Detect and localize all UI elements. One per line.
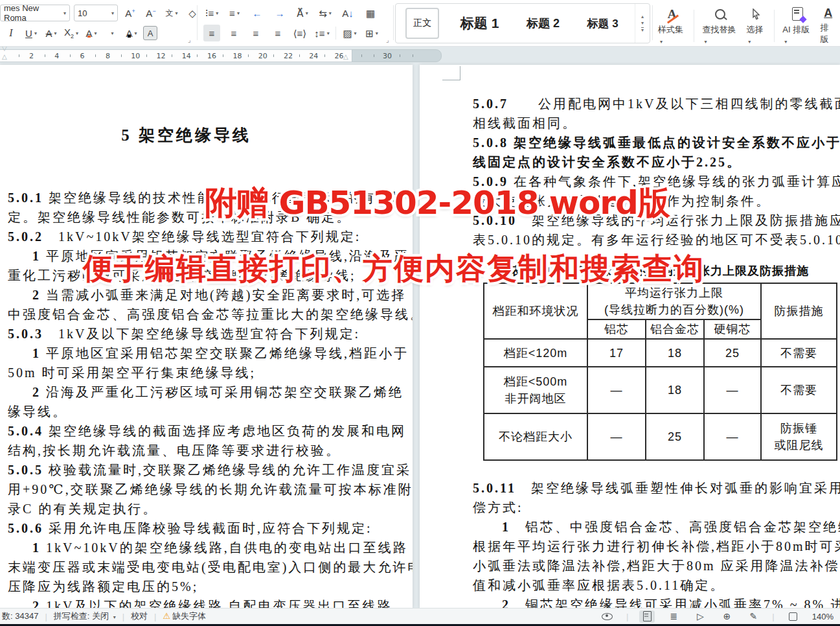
page-right[interactable]: 5.0.7 公用配电网中1kV及以下三相四线制的零线截面,应与相线截面相同。5.… xyxy=(420,65,840,608)
increase-indent-icon: → xyxy=(275,8,285,18)
chevron-down-icon: ▾ xyxy=(704,39,707,45)
ai-layout-button[interactable]: AI 排版▾ xyxy=(778,6,816,45)
font-name-select[interactable]: mes New Roma▾ xyxy=(0,5,70,21)
table-cell: 档距<500m 非开阔地区 xyxy=(484,367,587,413)
decrease-font-button[interactable]: A− xyxy=(142,5,159,21)
dialog-launcher-icon[interactable]: ⌟ xyxy=(188,36,191,43)
decrease-indent-button[interactable]: ← xyxy=(249,5,266,21)
zoom-level[interactable]: 140% xyxy=(812,612,834,621)
style-chip-body[interactable]: 正文 xyxy=(405,8,439,39)
outline-icon: ≣ xyxy=(670,611,677,621)
page-left[interactable]: 5 架空绝缘导线 5.0.1 架空绝缘导线的技术性能应符合现行国家标准的有关规定… xyxy=(0,65,413,608)
character-border-button[interactable]: A xyxy=(143,26,157,40)
clear-format-button[interactable]: ◇ xyxy=(184,5,201,21)
ruler-tick xyxy=(172,54,172,57)
warning-icon: ⚠ xyxy=(163,611,170,621)
chevron-down-icon: ▾ xyxy=(175,10,177,16)
highlight-button[interactable]: ▾ xyxy=(103,25,120,41)
text-line: 用+90℃,交联聚乙烯绝缘导线的长期允许载流量可按本标准附 xyxy=(0,480,413,499)
numbered-list-button[interactable]: ≡▾ xyxy=(226,5,243,21)
subscript-button[interactable]: X2▾ xyxy=(63,25,80,41)
print-layout-button[interactable] xyxy=(639,610,655,623)
ruler-tick xyxy=(70,54,71,57)
table-cell: 防振锤 或阻尼线 xyxy=(761,413,837,460)
text-line: 5.0.6 采用允许电压降校验导线截面时,应符合下列规定: xyxy=(0,518,413,538)
align-center-button[interactable]: ≡ xyxy=(225,25,242,41)
ai-layout-icon xyxy=(792,7,803,21)
missing-font-warning[interactable]: ⚠缺失字体 xyxy=(163,610,206,622)
horizontal-ruler[interactable]: 246810121416182022242630 ▽ △ △ xyxy=(0,46,840,65)
align-left-button[interactable]: ≡ xyxy=(203,25,220,41)
grid-settings-button[interactable]: ▦ xyxy=(362,5,379,21)
layout-icon: A xyxy=(824,7,832,19)
italic-button[interactable]: I xyxy=(3,25,19,41)
align-right-icon: ≡ xyxy=(253,29,259,38)
ruler-tick xyxy=(121,54,122,57)
play-presentation-button[interactable]: ▷ xyxy=(692,610,708,623)
hanging-indent-marker[interactable]: △ xyxy=(2,54,7,60)
ruler-tick xyxy=(299,54,300,57)
text-effects-button[interactable]: A▾ xyxy=(83,25,100,41)
toolbar-divider xyxy=(694,10,694,42)
text-line: 偿方式: xyxy=(420,498,840,517)
line-spacing-button[interactable]: ↕≡▾ xyxy=(313,25,330,41)
dialog-launcher-icon[interactable]: ⌟ xyxy=(386,36,389,43)
ruler-number: 2 xyxy=(29,52,34,60)
sort-button[interactable]: A↓ xyxy=(339,5,356,21)
increase-indent-button[interactable]: → xyxy=(271,5,288,21)
gallery-up-icon[interactable]: ▴ xyxy=(641,14,644,19)
table-cell: 25 xyxy=(646,413,704,460)
strikethrough-button[interactable]: A▾ xyxy=(43,25,60,41)
gallery-more-icon[interactable]: ▾ xyxy=(641,27,644,33)
right-indent-marker[interactable]: △ xyxy=(343,54,348,60)
ruler-tick xyxy=(273,54,274,57)
style-chip-heading3[interactable]: 标题 3 xyxy=(581,9,625,38)
ink-edit-button[interactable]: ✎ xyxy=(745,610,761,623)
text-effects-icon: A xyxy=(85,29,92,38)
distribute-button[interactable]: ⟨≡⟩ xyxy=(291,25,308,41)
style-chip-heading2[interactable]: 标题 2 xyxy=(520,9,566,38)
character-scale-icon: A⃡ xyxy=(297,8,303,18)
ruler-tick xyxy=(19,54,19,57)
ruler-number: 16 xyxy=(207,52,216,60)
text-line: 50m 时可采用架空平行集束绝缘导线; xyxy=(0,363,413,382)
font-color-button[interactable]: A▾ xyxy=(123,25,140,41)
increase-font-button[interactable]: A+ xyxy=(122,5,139,21)
bullet-list-button[interactable]: ⁝≡▾ xyxy=(203,5,220,21)
spell-check-toggle[interactable]: 拼写检查: 关闭 ▾ xyxy=(54,610,116,622)
text-line: 5.0.7 公用配电网中1kV及以下三相四线制的零线截面,应与 xyxy=(420,94,840,113)
fullscreen-button[interactable] xyxy=(786,610,801,623)
text-line: 末端变压器或末端受电变电站(受电配电室)入口侧的最大允许电 xyxy=(0,557,413,577)
align-right-button[interactable]: ≡ xyxy=(247,25,264,41)
web-view-button[interactable]: ⊕ xyxy=(719,610,734,623)
layout-button[interactable]: A 排版 xyxy=(816,6,840,45)
play-icon: ▷ xyxy=(697,611,704,621)
style-set-button[interactable]: A 样式集▾ xyxy=(654,6,690,45)
phonetic-guide-button[interactable]: 文▾ xyxy=(163,5,180,21)
proofread-button[interactable]: 校对 xyxy=(131,610,148,622)
borders-button[interactable]: ⊞▾ xyxy=(363,25,380,41)
table-cell: 25 xyxy=(704,339,761,367)
outline-view-button[interactable]: ≣ xyxy=(666,610,681,623)
borders-icon: ⊞ xyxy=(365,29,374,38)
font-name-value: mes New Roma xyxy=(4,3,62,23)
data-table: 档距和环境状况平均运行张力上限 (导线拉断力的百分数)(%)防振措施铝芯铝合金芯… xyxy=(483,283,837,461)
font-size-select[interactable]: 10▾ xyxy=(74,5,118,21)
text-line: 5.0.4 架空绝缘导线的截面选择应考虑地区负荷的发展和电网 xyxy=(0,421,413,441)
underline-button[interactable]: U▾ xyxy=(23,25,40,41)
read-mode-button[interactable] xyxy=(600,610,615,623)
justify-button[interactable]: ≡ xyxy=(269,25,286,41)
select-button[interactable]: 选择▾ xyxy=(742,6,770,45)
numbered-list-icon: ≡ xyxy=(229,8,235,18)
style-chip-heading1[interactable]: 标题 1 xyxy=(454,9,506,38)
shading-icon: ▨ xyxy=(343,29,352,38)
font-group: mes New Roma▾ 10▾ A+ A− 文▾ ◇ I U▾ A▾ X2▾… xyxy=(0,0,196,45)
status-divider: | xyxy=(45,612,47,621)
shading-button[interactable]: ▨▾ xyxy=(341,25,358,41)
find-replace-button[interactable]: 查找替换▾ xyxy=(698,6,742,45)
character-scale-button[interactable]: A⃡▾ xyxy=(294,5,311,21)
text-direction-button[interactable]: ⇆▾ xyxy=(317,5,334,21)
gallery-down-icon[interactable]: ▾ xyxy=(641,21,644,26)
toolbar-divider xyxy=(774,10,775,42)
text-line: 结构,按长期允许载流量、电压降等要求进行校验。 xyxy=(0,441,413,460)
